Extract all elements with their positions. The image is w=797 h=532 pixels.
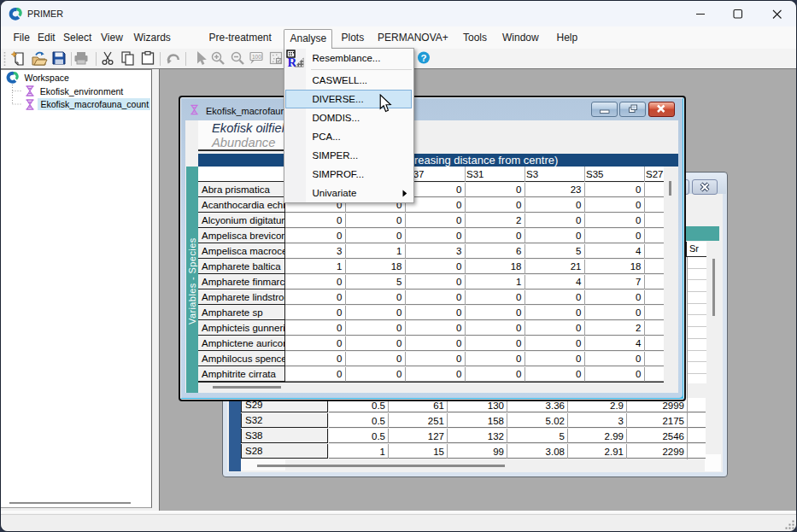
svg-text:R: R — [288, 56, 297, 68]
